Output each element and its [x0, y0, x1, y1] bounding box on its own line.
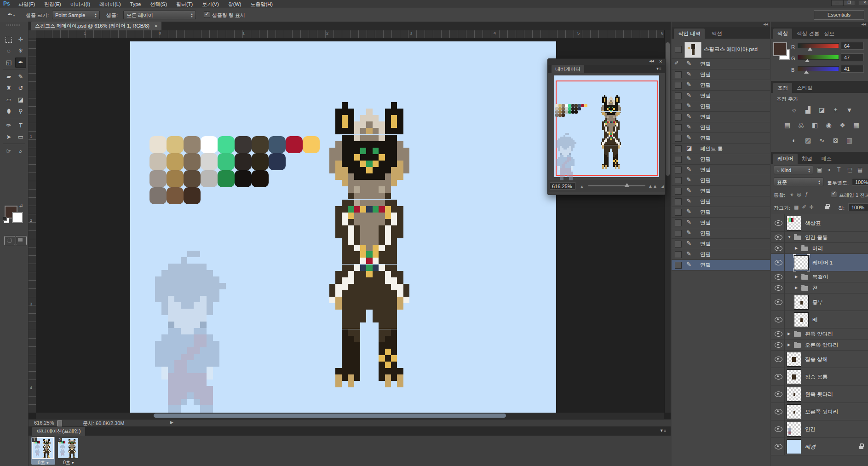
hue-saturation-icon[interactable]: ▤ [782, 120, 793, 130]
tab-actions[interactable]: 액션 [707, 29, 726, 39]
curves-icon[interactable]: ◪ [816, 105, 828, 115]
status-popup-icon[interactable]: ▶ [170, 420, 173, 425]
eyedropper-tool[interactable]: ✒ [15, 58, 26, 68]
visibility-eye-icon[interactable] [775, 357, 782, 362]
snapshot-checkbox[interactable] [675, 46, 682, 53]
zoom-tool[interactable]: ⌕ [15, 146, 26, 156]
layer-name[interactable]: 흉부 [812, 299, 823, 306]
crop-tool[interactable]: ◱ [3, 58, 14, 68]
layer-thumbnail[interactable] [787, 439, 801, 454]
layer-row-레이어-1[interactable]: 레이어 1 [771, 254, 868, 271]
visibility-eye-icon[interactable] [775, 260, 782, 265]
animation-frame-2[interactable]: 20초 ▾ [57, 437, 80, 465]
navigator-zoom-slider[interactable] [588, 185, 645, 186]
minimize-button[interactable]: — [831, 0, 843, 6]
vibrance-icon[interactable]: ▼ [844, 105, 855, 115]
history-entry[interactable]: ✎연필 [672, 186, 770, 196]
menu-선택S[interactable]: 선택(S) [145, 0, 172, 9]
screen-mode-button[interactable] [16, 236, 27, 245]
history-entry[interactable]: ✎연필 [672, 80, 770, 91]
move-tool[interactable]: ✛ [15, 35, 26, 45]
history-entry[interactable]: ✎연필 [672, 101, 770, 112]
blur-tool[interactable]: ⬮ [3, 106, 14, 116]
channel-value-R[interactable]: 64 [841, 42, 864, 50]
zoom-level-field[interactable]: 616.25% [34, 420, 54, 426]
color-balance-icon[interactable]: ⚖ [796, 120, 807, 130]
channel-slider-thumb[interactable] [808, 47, 812, 51]
magic-wand-tool[interactable]: ✳ [15, 46, 26, 56]
healing-brush-tool[interactable]: ▰ [3, 72, 14, 82]
visibility-eye-icon[interactable] [775, 409, 782, 414]
layer-thumbnail[interactable] [794, 255, 809, 270]
channel-mixer-icon[interactable]: ❖ [837, 120, 848, 130]
menu-편집E[interactable]: 편집(E) [40, 0, 66, 9]
lock-icons[interactable]: ▦✐✛ [794, 204, 817, 210]
navigator-menu-icon[interactable]: ▼≡ [655, 67, 661, 71]
workspace-button[interactable]: Essentials [814, 10, 864, 20]
history-entry[interactable]: ✎연필 [672, 165, 770, 175]
canvas[interactable] [130, 41, 556, 413]
layer-thumbnail[interactable] [787, 387, 801, 402]
layer-thumbnail[interactable] [787, 422, 801, 437]
history-entry[interactable]: ✎연필 [672, 122, 770, 133]
color-lookup-icon[interactable]: ▦ [851, 120, 862, 130]
sample-dropdown[interactable]: 모든 레이어▲▼ [123, 11, 196, 19]
menu-파일F[interactable]: 파일(F) [14, 0, 40, 9]
frame-duration[interactable]: 0초 ▾ [57, 460, 80, 466]
history-source-checkbox[interactable] [675, 82, 682, 89]
tab-swatches[interactable]: 색상 견본 [793, 29, 823, 39]
layer-row-짐승-몸통[interactable]: 짐승 몸통 [771, 368, 868, 385]
history-entry[interactable]: ✎연필 [672, 133, 770, 144]
shape-filter-icon[interactable]: ⬚ [847, 167, 852, 173]
tab-close-icon[interactable]: ✕ [154, 23, 158, 29]
layer-thumbnail[interactable] [787, 352, 801, 367]
unify-icons[interactable]: ⚹◎ƒ [790, 191, 811, 197]
sample-size-dropdown[interactable]: Point Sample▲▼ [52, 11, 100, 19]
menu-도움말H[interactable]: 도움말(H) [246, 0, 277, 9]
history-entry[interactable]: ✎연필 [672, 249, 770, 260]
history-source-checkbox[interactable] [675, 167, 682, 173]
close-button[interactable]: ✕ [859, 0, 868, 6]
layer-thumbnail[interactable] [787, 369, 801, 384]
navigator-close-icon[interactable]: ✕ [659, 59, 662, 64]
resize-grip-icon[interactable]: ◢ [661, 184, 664, 189]
tab-history[interactable]: 작업 내역 [674, 29, 705, 39]
history-source-checkbox[interactable] [675, 188, 682, 195]
history-source-checkbox[interactable] [675, 230, 682, 237]
layer-name[interactable]: 인간 [805, 426, 816, 433]
paint-bucket-tool[interactable]: ◪ [15, 95, 26, 105]
layer-thumbnail[interactable] [787, 216, 801, 230]
visibility-eye-icon[interactable] [775, 374, 782, 380]
visibility-eye-icon[interactable] [775, 285, 782, 291]
history-source-checkbox[interactable] [675, 241, 682, 247]
layer-name[interactable]: 배경 [805, 443, 816, 450]
history-entry[interactable]: ✎연필 [672, 175, 770, 186]
frame-duration[interactable]: 0초 ▾ [31, 460, 55, 466]
menu-이미지I[interactable]: 이미지(I) [66, 0, 95, 9]
show-sampling-ring-checkbox[interactable] [204, 12, 210, 18]
channel-slider-thumb[interactable] [804, 70, 809, 74]
photo-filter-icon[interactable]: ◉ [823, 120, 834, 130]
visibility-eye-icon[interactable] [775, 274, 782, 280]
navigator-preview[interactable] [554, 75, 659, 177]
layer-name[interactable]: 천 [812, 285, 818, 292]
visibility-eye-icon[interactable] [775, 426, 782, 432]
history-entry[interactable]: ✎연필 [672, 154, 770, 165]
layer-row-왼쪽-앞다리[interactable]: ▶왼쪽 앞다리 [771, 328, 868, 339]
channel-slider-R[interactable] [798, 43, 839, 48]
quick-mask-button[interactable] [4, 236, 15, 245]
history-source-checkbox[interactable] [675, 262, 682, 269]
history-source-checkbox[interactable] [675, 92, 682, 99]
history-source-checkbox[interactable] [675, 219, 682, 226]
image-filter-icon[interactable]: ▣ [817, 167, 822, 173]
visibility-eye-icon[interactable] [775, 317, 782, 322]
tab-styles[interactable]: 스타일 [793, 83, 817, 93]
clone-stamp-tool[interactable]: ♜ [3, 83, 14, 93]
visibility-eye-icon[interactable] [775, 342, 782, 348]
layer-thumbnail[interactable] [787, 404, 801, 419]
tab-color[interactable]: 색상 [773, 29, 792, 39]
eyedropper-icon[interactable]: ✒ ▾ [7, 11, 15, 18]
layer-thumbnail[interactable] [794, 295, 809, 310]
history-source-checkbox[interactable] [675, 156, 682, 163]
menu-레이어L[interactable]: 레이어(L) [95, 0, 125, 9]
